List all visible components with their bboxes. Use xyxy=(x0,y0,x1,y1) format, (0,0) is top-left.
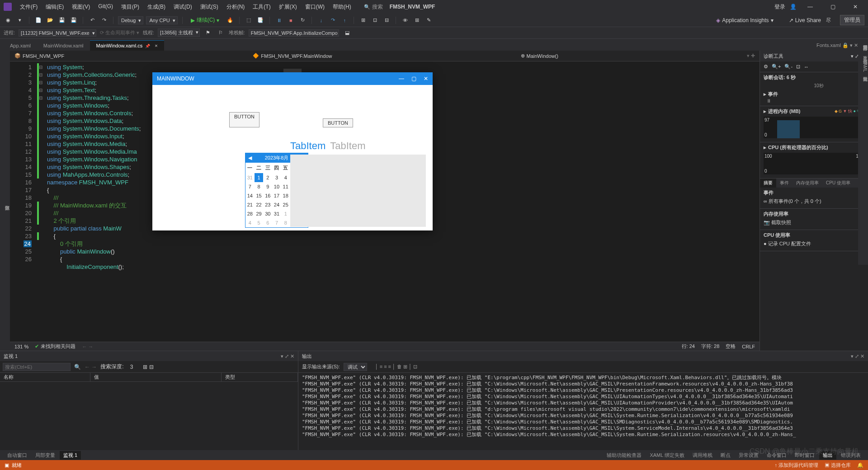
right-tool-strip[interactable]: 解决方案资源管理器Git 更改属性XAML 实时预览 xyxy=(858,39,868,265)
menu-item[interactable]: 工具(T) xyxy=(249,1,274,13)
bottom-tab[interactable]: 调用堆栈 xyxy=(689,451,716,460)
memory-header[interactable]: 进程内存 (MB) ◆ G ▼ 快 ● 专... xyxy=(764,108,864,115)
calendar-day[interactable]: 8 xyxy=(281,218,290,227)
step-out-icon[interactable]: ↑ xyxy=(340,16,349,25)
document-tab[interactable]: Fonts.xaml 🔒 ▾ ✕ xyxy=(810,40,864,51)
depth-combo[interactable]: 3 xyxy=(127,363,140,371)
calendar-day[interactable]: 25 xyxy=(281,200,290,209)
calendar-day[interactable]: 1 xyxy=(255,173,264,182)
zoom-out-icon[interactable]: 🔍- xyxy=(784,64,793,70)
bottom-tab[interactable]: 局部变量 xyxy=(32,451,59,460)
bell-icon[interactable]: 🔔 xyxy=(857,462,863,468)
calendar-day[interactable]: 4 xyxy=(281,173,290,182)
bottom-tab[interactable]: 监视 1 xyxy=(60,451,81,460)
hot-reload-icon[interactable]: 🔥 xyxy=(226,16,235,25)
snapshot-button[interactable]: 📷 截取快照 xyxy=(764,217,864,228)
cal-prev-icon[interactable]: ◀ xyxy=(248,155,252,161)
cpu-header[interactable]: CPU (所有处理器的百分比) xyxy=(764,144,864,151)
tab-item-2[interactable]: TabItem xyxy=(330,140,365,152)
menu-item[interactable]: Git(G) xyxy=(94,1,117,13)
maximize-icon[interactable]: ▢ xyxy=(824,0,842,14)
left-tool-strip[interactable]: 数据源 xyxy=(0,51,10,351)
bottom-tab[interactable]: 命令窗口 xyxy=(763,451,790,460)
diag-tab[interactable]: 摘要 xyxy=(760,179,776,188)
bottom-tab[interactable]: 异常设置 xyxy=(735,451,762,460)
calendar-day[interactable]: 7 xyxy=(245,182,255,191)
diag-tab[interactable]: CPU 使用率 xyxy=(822,179,854,188)
watch-search-input[interactable] xyxy=(3,363,71,371)
config-combo[interactable]: Debug xyxy=(118,16,143,24)
bottom-tab[interactable]: 错误列表 xyxy=(837,451,864,460)
calendar-day[interactable]: 23 xyxy=(263,200,272,209)
calendar-day[interactable]: 7 xyxy=(272,218,281,227)
calendar-day[interactable]: 11 xyxy=(281,182,290,191)
calendar-day[interactable]: 17 xyxy=(272,191,281,200)
bottom-tab[interactable]: 断点 xyxy=(717,451,734,460)
menu-item[interactable]: 编辑(E) xyxy=(42,1,67,13)
search-box[interactable]: 搜索 xyxy=(364,3,383,11)
menu-item[interactable]: 生成(B) xyxy=(144,1,169,13)
tab-item-1[interactable]: TabItem xyxy=(290,140,326,152)
continue-button[interactable]: 继续(C) ▾ xyxy=(187,15,223,25)
calendar-day[interactable]: 4 xyxy=(245,218,255,227)
platform-combo[interactable]: Any CPU xyxy=(146,16,177,24)
undo-icon[interactable]: ↶ xyxy=(88,16,97,25)
step-into-icon[interactable]: ↓ xyxy=(316,16,326,25)
calendar-day[interactable]: 29 xyxy=(255,209,264,218)
zoom-in-icon[interactable]: 🔍+ xyxy=(772,64,781,70)
user-icon[interactable]: 👤 xyxy=(790,4,797,10)
toolbar-icon[interactable]: ⊞ ⊟ xyxy=(143,364,153,370)
calendar-day[interactable]: 1 xyxy=(281,209,290,218)
new-icon[interactable]: 📄 xyxy=(34,16,43,25)
toolbar-icon[interactable]: ⊞ xyxy=(412,16,421,25)
wpf-close-icon[interactable]: ✕ xyxy=(424,75,428,82)
debug-toolbar-icon[interactable] xyxy=(283,69,302,72)
nav-fwd-icon[interactable]: ▾ xyxy=(15,16,24,25)
process-combo[interactable]: [11232] FMSH_NVM_WPF.exe xyxy=(19,29,96,37)
diag-tab[interactable]: 事件 xyxy=(776,179,793,188)
calendar-day[interactable]: 30 xyxy=(263,209,272,218)
calendar-day[interactable]: 8 xyxy=(255,182,264,191)
calendar-day[interactable]: 10 xyxy=(272,182,281,191)
wpf-button-2[interactable]: BUTTON xyxy=(323,118,353,127)
calendar-day[interactable]: 5 xyxy=(255,218,264,227)
nav-project[interactable]: 📦 FMSH_NVM_WPF xyxy=(14,53,64,59)
menu-item[interactable]: 文件(F) xyxy=(16,1,41,13)
nav-class[interactable]: 🔶 FMSH_NVM_WPF.MainWindow xyxy=(253,53,332,59)
calendar-day[interactable]: 24 xyxy=(272,200,281,209)
wpf-minimize-icon[interactable]: — xyxy=(399,75,404,82)
calendar-day[interactable]: 6 xyxy=(263,218,272,227)
output-source-combo[interactable]: 调试 xyxy=(344,363,367,371)
calendar-day[interactable]: 18 xyxy=(281,191,290,200)
menu-item[interactable]: 测试(S) xyxy=(197,1,222,13)
calendar-day[interactable]: 31 xyxy=(272,209,281,218)
reset-icon[interactable]: ⊡ xyxy=(796,64,800,70)
wpf-titlebar[interactable]: MAINWINDOW — ▢ ✕ xyxy=(152,72,433,85)
calendar-day[interactable]: 16 xyxy=(263,191,272,200)
document-tab[interactable]: MainWindow.xaml xyxy=(37,41,90,51)
menu-item[interactable]: 项目(P) xyxy=(118,1,143,13)
toolbar-icon[interactable]: ⊞ xyxy=(359,16,368,25)
menu-item[interactable]: 帮助(H) xyxy=(329,1,355,13)
wpf-maximize-icon[interactable]: ▢ xyxy=(411,75,416,82)
bottom-tab[interactable]: XAML 绑定失败 xyxy=(646,451,688,460)
minimize-icon[interactable]: — xyxy=(801,0,819,14)
calendar-day[interactable]: 31 xyxy=(245,173,255,182)
live-share-button[interactable]: Live Share xyxy=(789,17,821,24)
calendar-day[interactable]: 14 xyxy=(245,191,255,200)
events-count[interactable]: ∞ 所有事件(0 个，共 0 个) xyxy=(764,196,864,207)
wpf-button-1[interactable]: BUTTON xyxy=(229,112,259,127)
nav-back-icon[interactable]: ◉ xyxy=(4,16,13,25)
toolbar-icon[interactable]: ⬚ xyxy=(244,16,253,25)
bottom-tab[interactable]: 输出 xyxy=(819,451,836,460)
bottom-tab[interactable]: 自动窗口 xyxy=(4,451,31,460)
calendar-day[interactable]: 15 xyxy=(255,191,264,200)
record-cpu-button[interactable]: ● 记录 CPU 配置文件 xyxy=(764,239,864,249)
calendar-day[interactable]: 2 xyxy=(263,173,272,182)
stackframe-combo[interactable]: FMSH_NVM_WPF.App.InitializeCompo xyxy=(249,29,339,37)
output-body[interactable]: "FMSH_NVM_WPF.exe" (CLR v4.0.30319: FMSH… xyxy=(298,373,868,450)
menu-item[interactable]: 调试(D) xyxy=(170,1,196,13)
redo-icon[interactable]: ↷ xyxy=(99,16,108,25)
nav-member[interactable]: ⊕ MainWindow() xyxy=(521,53,558,59)
stop-icon[interactable]: ■ xyxy=(286,16,295,25)
